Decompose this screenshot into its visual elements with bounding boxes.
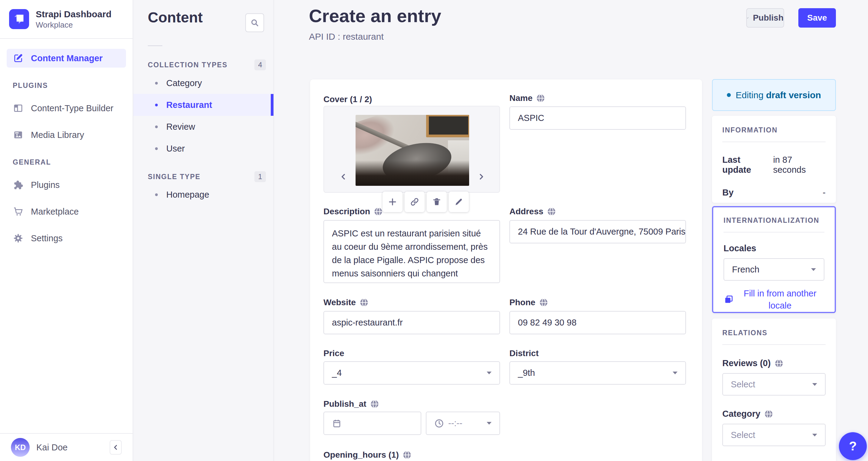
page-title: Create an entry bbox=[309, 5, 441, 26]
sidebar-section-general: GENERAL bbox=[13, 158, 126, 166]
address-input[interactable]: 24 Rue de la Tour d'Auvergne, 75009 Pari… bbox=[509, 220, 686, 243]
sidebar-item-label: Settings bbox=[31, 233, 63, 243]
publish-at-time-input[interactable]: --:-- bbox=[426, 412, 500, 435]
sidebar-item-label: Marketplace bbox=[31, 207, 79, 217]
copy-link-button[interactable] bbox=[405, 192, 425, 212]
editing-draft-banner: Editing draft version bbox=[712, 79, 836, 111]
layout-icon bbox=[13, 103, 24, 113]
chevron-down-icon bbox=[812, 383, 817, 386]
relations-title: RELATIONS bbox=[722, 329, 826, 337]
collection-type-user[interactable]: User bbox=[133, 138, 274, 160]
search-icon bbox=[250, 18, 259, 27]
collection-types-title: COLLECTION TYPES bbox=[148, 61, 227, 69]
check-icon bbox=[747, 13, 749, 22]
single-type-homepage[interactable]: Homepage bbox=[133, 184, 274, 205]
chevron-down-icon bbox=[487, 372, 492, 374]
sidebar-item-content-type-builder[interactable]: Content-Type Builder bbox=[7, 99, 126, 118]
globe-icon bbox=[539, 298, 548, 307]
internationalization-panel: INTERNATIONALIZATION Locales French Fill… bbox=[712, 206, 836, 313]
address-label: Address bbox=[509, 206, 556, 217]
chevron-right-icon bbox=[477, 172, 486, 181]
brand-subtitle: Workplace bbox=[36, 20, 112, 30]
bullet-icon bbox=[155, 193, 158, 196]
carousel-prev-button[interactable] bbox=[337, 171, 349, 183]
sidebar-item-plugins[interactable]: Plugins bbox=[7, 175, 126, 194]
divider bbox=[148, 46, 162, 46]
phone-label: Phone bbox=[509, 297, 548, 308]
globe-icon bbox=[536, 94, 545, 103]
description-textarea[interactable]: ASPIC est un restaurant parisien situé a… bbox=[323, 220, 500, 283]
sidebar-item-settings[interactable]: Settings bbox=[7, 229, 126, 248]
single-type-title: SINGLE TYPE bbox=[148, 173, 200, 181]
calendar-icon bbox=[332, 419, 342, 428]
trash-icon bbox=[432, 197, 441, 206]
bullet-icon bbox=[155, 104, 158, 106]
strapi-logo-icon bbox=[9, 9, 29, 29]
question-mark-icon: ? bbox=[849, 439, 857, 454]
draft-status-dot bbox=[727, 93, 731, 97]
name-input[interactable]: ASPIC bbox=[509, 106, 686, 130]
brand[interactable]: Strapi Dashboard Workplace bbox=[0, 0, 133, 39]
chevron-down-icon bbox=[487, 422, 492, 425]
website-label: Website bbox=[323, 297, 369, 308]
chevron-left-icon bbox=[112, 443, 120, 451]
cover-image-blackboard bbox=[426, 115, 469, 137]
locale-select[interactable]: French bbox=[723, 258, 825, 281]
sidebar-item-label: Media Library bbox=[31, 130, 84, 140]
collection-type-review[interactable]: Review bbox=[133, 116, 274, 138]
name-label: Name bbox=[509, 93, 545, 104]
entry-form-card: Cover (1 / 2) bbox=[310, 79, 702, 461]
description-label: Description bbox=[323, 206, 383, 217]
sidebar-footer: KD Kai Doe bbox=[0, 433, 133, 461]
sidebar-item-label: Content-Type Builder bbox=[31, 103, 113, 113]
reviews-select[interactable]: Select bbox=[722, 373, 826, 396]
search-button[interactable] bbox=[245, 13, 264, 32]
carousel-next-button[interactable] bbox=[475, 171, 487, 183]
chevron-left-icon bbox=[339, 172, 348, 181]
collection-type-restaurant[interactable]: Restaurant bbox=[133, 94, 274, 116]
website-input[interactable]: aspic-restaurant.fr bbox=[323, 311, 500, 334]
single-type-header: SINGLE TYPE 1 bbox=[148, 171, 266, 182]
globe-icon bbox=[774, 359, 783, 368]
edit-asset-button[interactable] bbox=[449, 192, 469, 212]
copy-icon bbox=[723, 294, 734, 305]
add-asset-button[interactable] bbox=[382, 192, 403, 212]
globe-icon bbox=[547, 207, 556, 216]
price-select[interactable]: _4 bbox=[323, 361, 500, 385]
by-row: By - bbox=[722, 188, 826, 198]
avatar[interactable]: KD bbox=[11, 438, 30, 457]
globe-icon bbox=[360, 298, 369, 307]
save-button[interactable]: Save bbox=[798, 8, 836, 28]
collapse-sidebar-button[interactable] bbox=[110, 440, 122, 455]
phone-input[interactable]: 09 82 49 30 98 bbox=[509, 311, 686, 334]
collection-types-count-badge: 4 bbox=[254, 59, 266, 70]
cover-image-shadow bbox=[355, 160, 469, 186]
globe-icon bbox=[403, 451, 411, 460]
publish-button[interactable]: Publish bbox=[746, 8, 784, 28]
collection-type-category[interactable]: Category bbox=[133, 72, 274, 94]
sidebar-item-media-library[interactable]: Media Library bbox=[7, 125, 126, 144]
internationalization-title: INTERNATIONALIZATION bbox=[723, 217, 825, 225]
sidebar-item-marketplace[interactable]: Marketplace bbox=[7, 202, 126, 221]
main-content: Create an entry API ID : restaurant Publ… bbox=[274, 0, 868, 461]
fill-from-locale-link[interactable]: Fill in from another locale bbox=[736, 287, 825, 312]
category-select[interactable]: Select bbox=[722, 424, 826, 446]
brand-text: Strapi Dashboard Workplace bbox=[36, 8, 112, 30]
district-select[interactable]: _9th bbox=[509, 361, 686, 385]
opening-hours-label: Opening_hours (1) bbox=[323, 450, 411, 460]
help-button[interactable]: ? bbox=[839, 432, 867, 460]
collection-types-list: Category Restaurant Review User bbox=[133, 72, 274, 160]
brand-title: Strapi Dashboard bbox=[36, 8, 112, 20]
price-label: Price bbox=[323, 348, 344, 359]
divider bbox=[722, 142, 826, 142]
delete-asset-button[interactable] bbox=[427, 192, 447, 212]
single-type-list: Homepage bbox=[133, 184, 274, 205]
api-id-subtitle: API ID : restaurant bbox=[309, 31, 384, 42]
carousel-actions bbox=[382, 192, 469, 212]
bullet-icon bbox=[155, 82, 158, 85]
sidebar-item-content-manager[interactable]: Content Manager bbox=[7, 49, 126, 67]
sidebar-item-label: Plugins bbox=[31, 180, 60, 190]
publish-at-label: Publish_at bbox=[323, 399, 379, 409]
publish-at-date-input[interactable] bbox=[323, 412, 421, 435]
clock-icon bbox=[434, 419, 444, 428]
